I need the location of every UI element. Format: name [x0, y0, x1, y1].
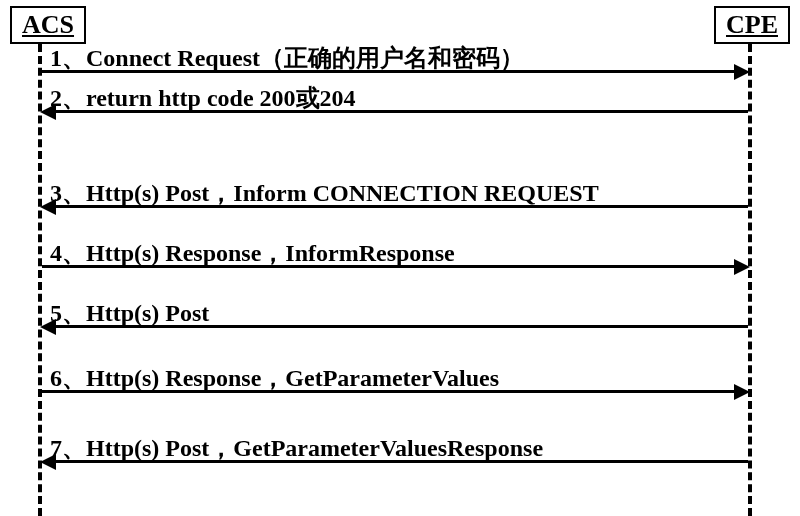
message-6-arrow [42, 390, 734, 393]
message-4-arrowhead [734, 259, 750, 275]
message-6-arrowhead [734, 384, 750, 400]
message-2-arrowhead [40, 104, 56, 120]
actor-cpe: CPE [714, 6, 790, 44]
message-7-arrowhead [40, 454, 56, 470]
message-4-arrow [42, 265, 734, 268]
message-3-arrowhead [40, 199, 56, 215]
message-2-arrow [56, 110, 748, 113]
sequence-diagram: ACS CPE 1、Connect Request（正确的用户名和密码）2、re… [0, 0, 800, 516]
message-1-arrowhead [734, 64, 750, 80]
lifeline-cpe [748, 44, 752, 516]
message-7-arrow [56, 460, 748, 463]
message-1-arrow [42, 70, 734, 73]
actor-acs: ACS [10, 6, 86, 44]
message-5-arrowhead [40, 319, 56, 335]
message-3-arrow [56, 205, 748, 208]
message-5-arrow [56, 325, 748, 328]
